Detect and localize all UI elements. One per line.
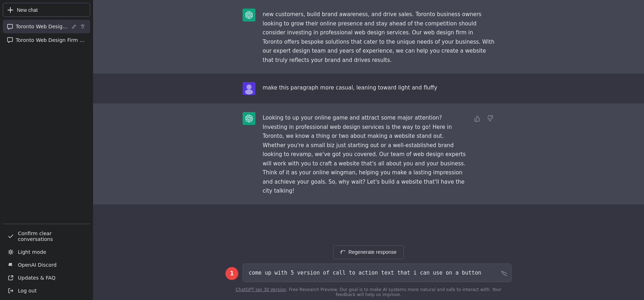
regenerate-button[interactable]: Regenerate response (333, 245, 404, 259)
log-out-item[interactable]: Log out (3, 284, 90, 297)
new-chat-label: New chat (17, 7, 38, 13)
confirm-clear-label: Confirm clear conversations (18, 231, 86, 242)
discord-icon (7, 262, 14, 268)
discord-label: OpenAI Discord (18, 262, 57, 268)
svg-point-0 (10, 251, 12, 253)
svg-point-2 (247, 84, 252, 89)
assistant-message-text: Looking to up your online game and attra… (263, 115, 466, 194)
discord-item[interactable]: OpenAI Discord (3, 258, 90, 271)
assistant-message-content: Looking to up your online game and attra… (263, 112, 466, 196)
top-partial-inner: new customers, build brand awareness, an… (225, 9, 512, 65)
log-out-label: Log out (18, 288, 36, 294)
assistant-message-block: Looking to up your online game and attra… (93, 103, 644, 204)
sidebar: New chat Toronto Web Design SI Toront (0, 0, 93, 300)
gpt-avatar-top (243, 9, 255, 21)
messages-area: new customers, build brand awareness, an… (93, 0, 644, 239)
chat-item-actions-0 (71, 23, 86, 30)
user-message-text: make this paragraph more casual, leaning… (263, 84, 437, 91)
regenerate-icon (341, 249, 346, 255)
main-chat-area: new customers, build brand awareness, an… (93, 0, 644, 300)
external-link-icon (7, 275, 14, 281)
sidebar-bottom: Confirm clear conversations Light mode O… (3, 224, 90, 297)
check-icon (7, 233, 14, 239)
top-partial-text: new customers, build brand awareness, an… (263, 11, 494, 63)
footer-link[interactable]: ChatGPT Jan 30 Version (236, 287, 286, 292)
thumbs-down-button[interactable] (485, 113, 494, 123)
chat-item-label-1: Toronto Web Design Firm CTA (16, 37, 86, 43)
chat-list: Toronto Web Design SI Toronto Web Design… (3, 20, 90, 221)
sun-icon (7, 249, 14, 255)
svg-point-3 (245, 89, 253, 95)
logout-icon (7, 288, 14, 294)
user-avatar (243, 82, 255, 95)
chat-input[interactable] (243, 263, 512, 282)
new-chat-button[interactable]: New chat (3, 3, 90, 17)
delete-chat-button-0[interactable] (79, 23, 86, 30)
input-row: 1 (225, 263, 512, 284)
footer-extra: . Free Research Preview. Our goal is to … (286, 287, 501, 297)
user-message-block: make this paragraph more casual, leaning… (93, 73, 644, 103)
top-partial-message: new customers, build brand awareness, an… (93, 0, 644, 73)
input-area: Regenerate response 1 ChatGPT Jan 30 Ver… (93, 239, 644, 300)
chat-item-0[interactable]: Toronto Web Design SI (3, 20, 90, 33)
user-message-content: make this paragraph more casual, leaning… (263, 82, 494, 93)
updates-faq-item[interactable]: Updates & FAQ (3, 271, 90, 284)
chat-icon-1 (7, 37, 13, 43)
input-box-wrap (243, 263, 512, 284)
gpt-avatar-main (243, 112, 255, 125)
user-message-inner: make this paragraph more casual, leaning… (225, 82, 512, 95)
top-partial-content: new customers, build brand awareness, an… (263, 9, 494, 65)
regenerate-btn-wrap: Regenerate response (333, 245, 404, 259)
footer-text: ChatGPT Jan 30 Version. Free Research Pr… (225, 287, 512, 297)
regenerate-label: Regenerate response (348, 249, 397, 255)
chat-item-label-0: Toronto Web Design SI (16, 24, 68, 29)
light-mode-label: Light mode (18, 249, 46, 255)
chat-item-1[interactable]: Toronto Web Design Firm CTA (3, 33, 90, 47)
updates-faq-label: Updates & FAQ (18, 275, 55, 281)
light-mode-item[interactable]: Light mode (3, 246, 90, 258)
assistant-message-actions (473, 112, 494, 123)
thumbs-up-button[interactable] (473, 113, 482, 123)
send-button[interactable] (501, 270, 507, 277)
assistant-message-inner: Looking to up your online game and attra… (225, 112, 512, 196)
confirm-clear-item[interactable]: Confirm clear conversations (3, 227, 90, 246)
edit-chat-button-0[interactable] (71, 23, 77, 30)
chat-icon (7, 24, 13, 30)
plus-icon (8, 7, 13, 13)
user-number-badge: 1 (225, 267, 238, 280)
